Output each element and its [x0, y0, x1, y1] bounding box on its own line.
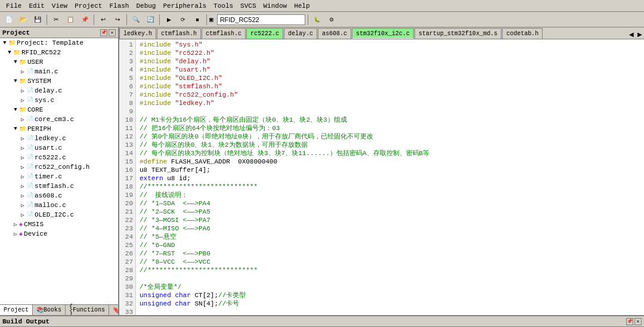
undo-button[interactable]: ↩: [97, 14, 110, 26]
diamond-icon: ◆: [19, 230, 23, 237]
tree-item-rc522-config[interactable]: ▷ 📄 rc522_config.h: [0, 162, 118, 172]
project-name-input[interactable]: [217, 14, 305, 25]
tab-templates[interactable]: 🔖 Templates: [109, 305, 119, 315]
tree-expand-icon: ▷: [19, 69, 26, 75]
debug-start-button[interactable]: 🐛: [311, 14, 324, 26]
tree-item-core-cm3[interactable]: ▷ 📄 core_cm3.c: [0, 115, 118, 124]
menu-item-window[interactable]: Window: [260, 1, 291, 11]
tab-startup[interactable]: startup_stm32f10x_md.s: [414, 28, 501, 39]
tree-item-as608[interactable]: ▷ 📄 as608.c: [0, 191, 118, 200]
menu-item-view[interactable]: View: [48, 1, 71, 11]
new-button[interactable]: 📄: [2, 14, 16, 26]
tree-item-user[interactable]: ▼ 📁 USER: [0, 57, 118, 67]
stop-button[interactable]: ■: [191, 14, 204, 26]
file-icon: 📄: [26, 173, 33, 180]
tree-item-device[interactable]: ▷ ◆ Device: [0, 229, 118, 239]
tree-label: rc522_config.h: [35, 164, 89, 171]
tree-item-stmflash[interactable]: ▷ 📄 stmflash.c: [0, 181, 118, 191]
file-icon: 📄: [26, 164, 33, 171]
tree-item-main[interactable]: ▷ 📄 main.c: [0, 67, 118, 76]
tab-functions[interactable]: { } Functions: [66, 305, 109, 315]
tab-label: delay.c: [288, 30, 313, 37]
build-button[interactable]: ▶: [162, 14, 175, 26]
tree-expand-icon: ▷: [19, 116, 26, 123]
menu-item-file[interactable]: File: [2, 1, 25, 11]
rebuild-button[interactable]: ⟳: [177, 14, 190, 26]
copy-button[interactable]: 📋: [64, 14, 77, 26]
tree-item-rc5222[interactable]: ▷ 📄 rc5222.c: [0, 153, 118, 162]
tabs-bar: ledkey.h ctmflash.h ctmflash.c rc5222.c …: [119, 27, 644, 39]
tree-label: OLED_I2C.c: [35, 211, 74, 218]
code-editor[interactable]: 12345 678910 1112131415 1617181920 21222…: [119, 39, 644, 315]
tree-label: timer.c: [35, 173, 62, 180]
tree-item-sys[interactable]: ▷ 📄 sys.c: [0, 95, 118, 105]
tab-label: startup_stm32f10x_md.s: [419, 30, 497, 37]
tab-project[interactable]: Project: [0, 305, 33, 315]
tree-item-usart[interactable]: ▷ 📄 usart.c: [0, 143, 118, 153]
menu-item-svcs[interactable]: SVCS: [237, 1, 259, 11]
menu-item-project[interactable]: Project: [71, 1, 106, 11]
tab-books-text: Books: [44, 307, 61, 313]
redo-button[interactable]: ↪: [111, 14, 124, 26]
tree-expand-icon: ▷: [19, 193, 26, 199]
tree-item-core[interactable]: ▼ 📁 CORE: [0, 105, 118, 115]
tab-label: ledkey.h: [123, 30, 152, 37]
tree-item-rfid[interactable]: ▼ 📁 RFID_RC522: [0, 48, 118, 57]
tree-item-malloc[interactable]: ▷ 📄 malloc.c: [0, 200, 118, 210]
tree-item-ledkey[interactable]: ▷ 📄 ledkey.c: [0, 134, 118, 143]
tree-label: RFID_RC522: [21, 49, 61, 56]
tab-label: as608.c: [322, 30, 347, 37]
tree-item-project-template[interactable]: ▼ 📁 Project: Template: [0, 38, 118, 48]
tab-ctmflash-h[interactable]: ctmflash.h: [157, 28, 201, 39]
code-text[interactable]: #include "sys.h" #include "rc5222.h" #in…: [136, 39, 644, 315]
tab-rc5222-c[interactable]: rc5222.c: [246, 28, 283, 39]
tree-expand-icon: ▷: [12, 231, 19, 237]
replace-button[interactable]: 🔄: [144, 14, 157, 26]
tree-item-oled[interactable]: ▷ 📄 OLED_I2C.c: [0, 210, 118, 220]
toolbar-sep-5: [206, 14, 207, 25]
build-panel-pin[interactable]: 📌: [626, 318, 633, 325]
open-button[interactable]: 📂: [17, 14, 30, 26]
tree-expand-icon: ▼: [12, 59, 19, 65]
paste-button[interactable]: 📌: [78, 14, 91, 26]
file-icon: 📄: [26, 202, 33, 209]
tab-ledkey-h[interactable]: ledkey.h: [119, 28, 156, 39]
menu-item-edit[interactable]: Edit: [25, 1, 48, 11]
tree-item-cmsis[interactable]: ▷ ◆ CMSIS: [0, 220, 118, 229]
menu-item-help[interactable]: Help: [290, 1, 313, 11]
tab-scroll-right[interactable]: ▶: [636, 29, 644, 39]
tree-expand-icon: ▼: [1, 40, 8, 46]
menu-item-debug[interactable]: Debug: [132, 1, 159, 11]
tab-scroll-left[interactable]: ◀: [627, 29, 636, 39]
build-panel-close[interactable]: ✕: [634, 318, 642, 325]
panel-close-button[interactable]: ✕: [109, 29, 116, 36]
tree-label: stmflash.c: [35, 183, 74, 190]
tab-templates-icon: 🔖: [113, 307, 119, 314]
panel-pin-button[interactable]: 📌: [100, 29, 107, 36]
tree-label: SYSTEM: [27, 78, 51, 85]
save-button[interactable]: 💾: [31, 14, 44, 26]
tree-item-system[interactable]: ▼ 📁 SYSTEM: [0, 76, 118, 86]
tree-label: Project: Template: [17, 39, 83, 47]
menu-item-tools[interactable]: Tools: [210, 1, 237, 11]
tab-stm32-i2c[interactable]: stm32f10x_i2c.c: [352, 28, 414, 39]
menu-item-peripherals[interactable]: Peripherals: [159, 1, 210, 11]
tab-delay-c[interactable]: delay.c: [284, 28, 317, 39]
tab-codetab[interactable]: codetab.h: [502, 28, 543, 39]
tab-as608-c[interactable]: as608.c: [318, 28, 351, 39]
tab-ctmflash-c[interactable]: ctmflash.c: [202, 28, 246, 39]
debug-settings-button[interactable]: ⚙: [325, 14, 338, 26]
toolbar-sep-1: [47, 14, 47, 25]
tree-item-timer[interactable]: ▷ 📄 timer.c: [0, 172, 118, 181]
tree-item-periph[interactable]: ▼ 📁 PERIPH: [0, 124, 118, 134]
tree-item-delay[interactable]: ▷ 📄 delay.c: [0, 86, 118, 95]
file-icon: 📄: [26, 97, 33, 104]
tab-books[interactable]: 📚 Books: [33, 305, 66, 315]
tree-label: ledkey.c: [35, 135, 66, 142]
cut-button[interactable]: ✂: [49, 14, 63, 26]
menu-item-flash[interactable]: Flash: [106, 1, 132, 11]
tree-expand-icon: ▷: [19, 155, 26, 161]
tree-label: core_cm3.c: [35, 116, 74, 123]
tree-expand-icon: ▷: [19, 164, 26, 171]
search-button[interactable]: 🔍: [129, 14, 143, 26]
